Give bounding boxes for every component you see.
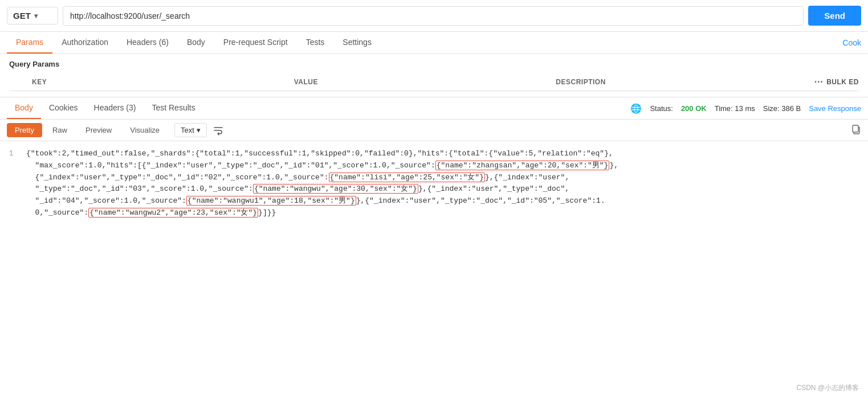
format-label: Text bbox=[181, 126, 194, 134]
params-value-col: VALUE bbox=[290, 78, 552, 86]
copy-button[interactable] bbox=[851, 124, 861, 137]
format-chevron-icon: ▾ bbox=[197, 126, 201, 134]
source-highlight-1: {"name":"zhangsan","age":20,"sex":"男"} bbox=[435, 161, 610, 170]
method-label: GET bbox=[13, 11, 31, 20]
resp-json-1: {"took":2,"timed_out":false,"_shards":{"… bbox=[26, 148, 618, 219]
tab-pre-request[interactable]: Pre-request Script bbox=[214, 32, 297, 54]
url-bar: GET ▾ Send bbox=[0, 0, 868, 32]
source-highlight-3: {"name":"wangwu","age":30,"sex":"女"} bbox=[253, 184, 418, 194]
format-select[interactable]: Text ▾ bbox=[174, 123, 207, 137]
time-label: Time: 13 ms bbox=[715, 104, 755, 113]
tab-tests[interactable]: Tests bbox=[297, 32, 334, 54]
params-table-header: KEY VALUE DESCRIPTION ⋯ Bulk Ed bbox=[9, 73, 859, 91]
response-status-area: 🌐 Status: 200 OK Time: 13 ms Size: 386 B… bbox=[630, 103, 861, 114]
resp-body-toolbar: Pretty Raw Preview Visualize Text ▾ bbox=[0, 120, 868, 141]
preview-button[interactable]: Preview bbox=[78, 123, 120, 137]
params-actions-col: ⋯ Bulk Ed bbox=[813, 76, 859, 87]
tab-body[interactable]: Body bbox=[178, 32, 214, 54]
tab-params[interactable]: Params bbox=[7, 32, 52, 54]
url-input[interactable] bbox=[63, 6, 804, 26]
chevron-down-icon: ▾ bbox=[34, 12, 38, 20]
resp-line-1: 1 {"took":2,"timed_out":false,"_shards":… bbox=[9, 148, 859, 219]
raw-button[interactable]: Raw bbox=[44, 123, 75, 137]
resp-tab-test-results[interactable]: Test Results bbox=[144, 97, 203, 119]
params-key-col: KEY bbox=[27, 78, 290, 86]
request-tabs: Params Authorization Headers (6) Body Pr… bbox=[0, 32, 868, 54]
source-highlight-5: {"name":"wangwu2","age":23,"sex":"女"} bbox=[88, 208, 258, 218]
query-params-section: Query Params KEY VALUE DESCRIPTION ⋯ Bul… bbox=[0, 54, 868, 97]
globe-icon: 🌐 bbox=[630, 103, 642, 114]
bulk-edit-button[interactable]: Bulk Ed bbox=[826, 78, 859, 86]
tab-authorization[interactable]: Authorization bbox=[52, 32, 117, 54]
size-label: Size: 386 B bbox=[763, 104, 801, 113]
resp-tab-cookies[interactable]: Cookies bbox=[41, 97, 86, 119]
params-desc-col: DESCRIPTION bbox=[551, 78, 813, 86]
method-select[interactable]: GET ▾ bbox=[7, 7, 58, 24]
source-highlight-4: {"name":"wangwu1","age":18,"sex":"男"} bbox=[186, 196, 356, 206]
status-value: 200 OK bbox=[681, 104, 707, 113]
tab-headers[interactable]: Headers (6) bbox=[117, 32, 178, 54]
svg-rect-1 bbox=[853, 125, 858, 132]
resp-tab-body[interactable]: Body bbox=[7, 97, 41, 119]
line-number-1: 1 bbox=[9, 148, 26, 159]
cookies-link[interactable]: Cook bbox=[842, 32, 861, 53]
query-params-title: Query Params bbox=[9, 60, 859, 68]
save-response-button[interactable]: Save Response bbox=[809, 104, 861, 113]
wrap-button[interactable] bbox=[213, 125, 224, 136]
resp-body-content: 1 {"took":2,"timed_out":false,"_shards":… bbox=[0, 141, 868, 226]
response-tabs-row: Body Cookies Headers (3) Test Results 🌐 … bbox=[0, 97, 868, 120]
tab-settings[interactable]: Settings bbox=[333, 32, 381, 54]
source-highlight-2: {"name":"lisi","age":25,"sex":"女"} bbox=[329, 173, 485, 182]
send-button[interactable]: Send bbox=[808, 6, 861, 26]
resp-tab-headers[interactable]: Headers (3) bbox=[86, 97, 144, 119]
pretty-button[interactable]: Pretty bbox=[7, 123, 42, 137]
status-label: Status: bbox=[650, 104, 673, 113]
visualize-button[interactable]: Visualize bbox=[122, 123, 168, 137]
dots-icon[interactable]: ⋯ bbox=[814, 76, 824, 87]
